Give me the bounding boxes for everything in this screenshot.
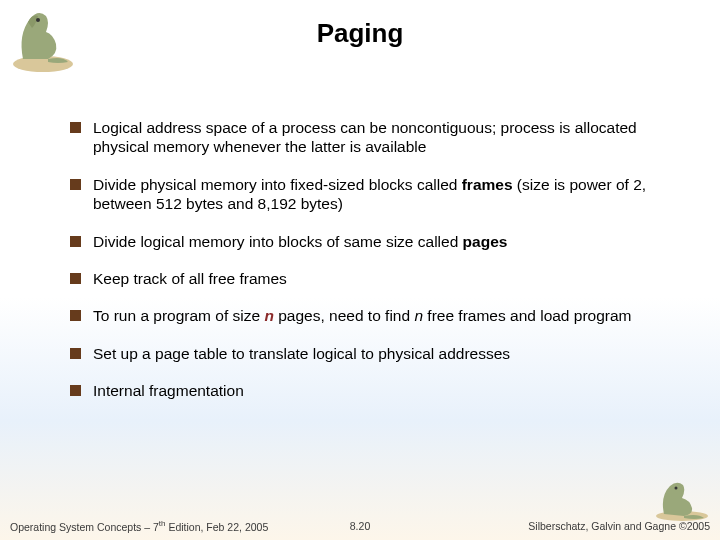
footer-left: Operating System Concepts – 7th Edition,… — [10, 519, 268, 533]
bullet-square-icon — [70, 385, 81, 396]
bullet-item: Logical address space of a process can b… — [70, 118, 672, 157]
slide-title: Paging — [0, 0, 720, 49]
bullet-item: Set up a page table to translate logical… — [70, 344, 672, 363]
bullet-item: Divide physical memory into fixed-sized … — [70, 175, 672, 214]
bullet-item: Internal fragmentation — [70, 381, 672, 400]
bullet-text: Divide logical memory into blocks of sam… — [93, 232, 672, 251]
dinosaur-logo-top — [8, 4, 78, 74]
bullet-square-icon — [70, 273, 81, 284]
bullet-text: Divide physical memory into fixed-sized … — [93, 175, 672, 214]
bullet-square-icon — [70, 179, 81, 190]
slide-footer: Operating System Concepts – 7th Edition,… — [0, 510, 720, 540]
footer-left-pre: Operating System Concepts – 7 — [10, 520, 159, 532]
svg-point-1 — [36, 18, 40, 22]
bullet-item: Divide logical memory into blocks of sam… — [70, 232, 672, 251]
bullet-text: Keep track of all free frames — [93, 269, 672, 288]
slide-body: Logical address space of a process can b… — [0, 78, 720, 400]
bullet-square-icon — [70, 310, 81, 321]
bullet-square-icon — [70, 122, 81, 133]
bullet-square-icon — [70, 236, 81, 247]
bullet-text: Internal fragmentation — [93, 381, 672, 400]
footer-left-post: Edition, Feb 22, 2005 — [166, 520, 269, 532]
bullet-item: Keep track of all free frames — [70, 269, 672, 288]
footer-page-number: 8.20 — [350, 520, 370, 532]
bullet-item: To run a program of size n pages, need t… — [70, 306, 672, 325]
footer-left-sup: th — [159, 519, 166, 528]
bullet-text: Set up a page table to translate logical… — [93, 344, 672, 363]
slide-header: Paging — [0, 0, 720, 78]
svg-point-3 — [675, 487, 678, 490]
footer-copyright: Silberschatz, Galvin and Gagne ©2005 — [528, 520, 710, 532]
bullet-text: To run a program of size n pages, need t… — [93, 306, 672, 325]
bullet-square-icon — [70, 348, 81, 359]
bullet-text: Logical address space of a process can b… — [93, 118, 672, 157]
